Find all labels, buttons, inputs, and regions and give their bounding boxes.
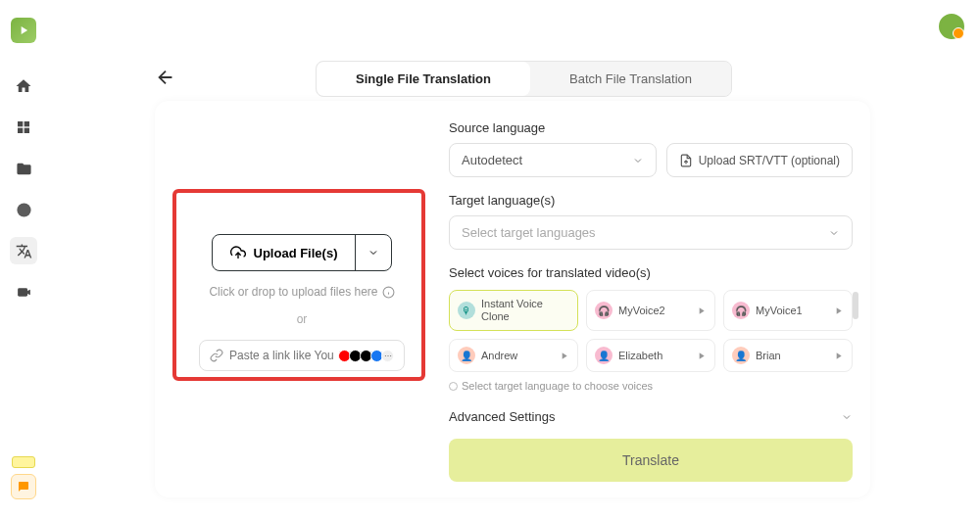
info-dot-icon	[449, 382, 458, 391]
main-card: Upload File(s) Click or drop to upload f…	[155, 101, 870, 497]
chevron-down-icon	[828, 227, 840, 239]
target-language-select[interactable]: Select target languages	[449, 215, 853, 250]
svg-rect-1	[24, 121, 29, 126]
user-avatar[interactable]	[939, 14, 964, 39]
source-language-value: Autodetect	[462, 153, 522, 167]
upload-pane: Upload File(s) Click or drop to upload f…	[155, 101, 449, 497]
sidebar	[0, 0, 47, 517]
svg-rect-5	[18, 288, 27, 297]
avatar-icon: 👤	[732, 347, 750, 364]
nav-audio-icon[interactable]	[10, 196, 37, 223]
app-logo[interactable]	[11, 18, 36, 43]
social-icons: ⋯	[340, 350, 394, 362]
badge-yellow[interactable]	[12, 456, 35, 468]
voice-card-instant-clone[interactable]: 🎙 Instant Voice Clone	[449, 290, 578, 331]
source-lang-label: Source language	[449, 120, 853, 135]
nav-home-icon[interactable]	[10, 72, 37, 100]
target-lang-label: Target language(s)	[449, 193, 853, 208]
or-separator: or	[297, 312, 308, 326]
more-sources-icon: ⋯	[381, 350, 394, 362]
tab-batch-file[interactable]: Batch File Translation	[530, 62, 731, 96]
voice-card-myvoice1[interactable]: 🎧 MyVoice1	[723, 290, 853, 331]
link-icon	[210, 349, 223, 362]
play-icon	[696, 351, 707, 361]
advanced-settings-toggle[interactable]: Advanced Settings	[449, 403, 853, 430]
nav-grid-icon[interactable]	[10, 114, 37, 141]
headphone-icon: 🎧	[732, 302, 750, 319]
play-icon	[833, 351, 844, 361]
upload-button-label: Upload File(s)	[254, 246, 338, 260]
play-icon	[559, 351, 569, 361]
upload-files-button[interactable]: Upload File(s)	[213, 235, 356, 270]
settings-pane: Source language Autodetect Upload SRT/VT…	[449, 101, 870, 497]
mic-icon: 🎙	[458, 302, 475, 319]
svg-rect-0	[18, 121, 23, 126]
paste-link-input[interactable]	[229, 349, 334, 362]
chevron-down-icon	[368, 247, 379, 258]
upload-button-group: Upload File(s)	[212, 234, 393, 271]
voice-card-andrew[interactable]: 👤 Andrew	[449, 339, 578, 372]
translate-button[interactable]: Translate	[449, 439, 853, 482]
advanced-settings-label: Advanced Settings	[449, 409, 555, 424]
svg-rect-2	[18, 128, 23, 133]
play-icon	[696, 306, 707, 316]
headphone-icon: 🎧	[595, 302, 612, 319]
upload-srt-button[interactable]: Upload SRT/VTT (optional)	[666, 143, 853, 177]
chevron-down-icon	[841, 411, 853, 423]
badge-orange[interactable]	[11, 474, 36, 499]
source-language-select[interactable]: Autodetect	[449, 143, 657, 177]
voice-card-brian[interactable]: 👤 Brian	[723, 339, 853, 372]
file-upload-icon	[679, 154, 693, 167]
back-button[interactable]	[155, 67, 178, 90]
cloud-upload-icon	[230, 245, 246, 260]
voices-hint: Select target language to choose voices	[449, 380, 853, 392]
scrollbar-indicator[interactable]	[853, 292, 858, 319]
avatar-icon: 👤	[458, 347, 475, 364]
upload-hint: Click or drop to upload files here	[209, 285, 394, 299]
svg-rect-3	[24, 128, 29, 133]
play-icon	[833, 306, 844, 316]
target-language-placeholder: Select target languages	[462, 225, 596, 240]
tab-single-file[interactable]: Single File Translation	[317, 62, 530, 96]
nav-folder-icon[interactable]	[10, 155, 37, 182]
info-icon	[382, 286, 395, 299]
voices-grid: 🎙 Instant Voice Clone 🎧 MyVoice2 🎧 MyVoi…	[449, 290, 853, 372]
voices-label: Select voices for translated video(s)	[449, 265, 853, 280]
link-input-wrap: ⋯	[199, 340, 405, 371]
voice-card-myvoice2[interactable]: 🎧 MyVoice2	[586, 290, 715, 331]
nav-translate-icon[interactable]	[10, 237, 37, 264]
srt-button-label: Upload SRT/VTT (optional)	[699, 154, 840, 167]
voice-card-elizabeth[interactable]: 👤 Elizabeth	[586, 339, 715, 372]
upload-dropdown-button[interactable]	[355, 235, 391, 270]
nav-video-icon[interactable]	[10, 278, 37, 306]
chevron-down-icon	[632, 155, 644, 166]
mode-tabs: Single File Translation Batch File Trans…	[316, 61, 732, 97]
svg-point-4	[17, 203, 30, 216]
avatar-icon: 👤	[595, 347, 612, 364]
